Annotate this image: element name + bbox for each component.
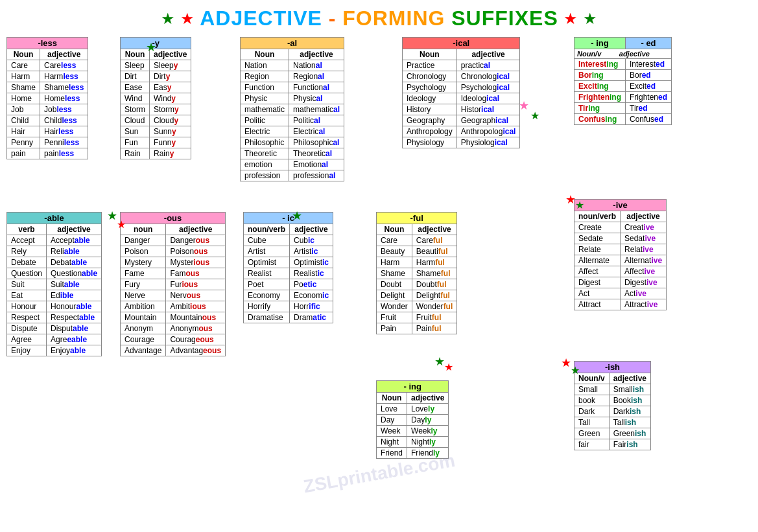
table-row: SmallSmallish	[574, 384, 651, 395]
table-row: PennyPenniless	[7, 137, 88, 148]
table-row: JobJobless	[7, 104, 88, 115]
ful-col1: Noun	[377, 224, 412, 235]
ive-section: -ive noun/verbadjective CreateCreative S…	[574, 199, 667, 310]
table-row: PoliticPolitical	[241, 115, 344, 126]
table-row: OptimistOptimistic	[244, 257, 333, 268]
table-row: PainPainful	[377, 323, 457, 334]
less-section: -less Nounadjective CareCareless HarmHar…	[6, 37, 88, 159]
table-row: FuryFurious	[121, 279, 226, 290]
table-row: BoringBored	[574, 70, 672, 81]
table-row: RainRainy	[121, 148, 191, 159]
ful-table: -ful Nounadjective CareCareful BeautyBea…	[376, 212, 457, 334]
title-area: ★ ★ ADJECTIVE - FORMING SUFFIXES ★ ★	[6, 6, 752, 30]
ic-header: - ic	[244, 213, 333, 224]
table-row: bookBookish	[574, 395, 651, 406]
ing2-col1: Noun	[377, 393, 407, 404]
y-section: -y Nounadjective SleepSleepy DirtDirty E…	[120, 37, 191, 159]
table-row: FameFamous	[121, 268, 226, 279]
table-row: BeautyBeautiful	[377, 246, 457, 257]
ous-table: -ous nounadjective DangerDangerous Poiso…	[120, 212, 226, 356]
table-row: mathematicmathematical	[241, 104, 344, 115]
star-deco-4: ★	[292, 209, 302, 223]
table-row: HistoryHistorical	[403, 104, 520, 115]
al-col1: Noun	[241, 49, 289, 60]
ing-header: - ing	[574, 38, 626, 49]
table-row: WonderWonderful	[377, 301, 457, 312]
table-row: QuestionQuestionable	[7, 268, 102, 279]
table-row: CareCareful	[377, 235, 457, 246]
ical-col2: adjective	[456, 49, 520, 60]
table-row: HomeHomeless	[7, 93, 88, 104]
table-row: ShameShameful	[377, 268, 457, 279]
table-row: DebateDebatable	[7, 257, 102, 268]
ic-col2: adjective	[290, 224, 333, 235]
less-col1: Noun	[7, 49, 40, 60]
star-deco-3: ★	[117, 218, 126, 231]
table-row: CubeCubic	[244, 235, 333, 246]
ical-col1: Noun	[403, 49, 457, 60]
able-col2: adjective	[47, 224, 102, 235]
ive-col2: adjective	[621, 211, 667, 222]
ing-ed-subheader: Noun/v adjective	[574, 49, 672, 59]
table-row: ChildChildless	[7, 115, 88, 126]
star-green-right: ★	[583, 10, 597, 28]
table-row: EatEdible	[7, 290, 102, 301]
title-suffixes: SUFFIXES	[451, 6, 558, 30]
al-col2: adjective	[289, 49, 344, 60]
ic-col1: noun/verb	[244, 224, 290, 235]
ous-header: -ous	[121, 213, 226, 224]
ish-header: -ish	[574, 362, 651, 373]
table-row: FunFunny	[121, 137, 191, 148]
table-row: DangerDangerous	[121, 235, 226, 246]
table-row: EconomyEconomic	[244, 290, 333, 301]
able-table: -able verbadjective AcceptAcceptable Rel…	[6, 212, 102, 356]
table-row: WindWindy	[121, 93, 191, 104]
table-row: painpainless	[7, 148, 88, 159]
star-deco-6: ★	[530, 110, 539, 122]
ical-header: -ical	[403, 38, 520, 49]
ful-section: -ful Nounadjective CareCareful BeautyBea…	[376, 212, 457, 334]
star-deco-1: ★	[146, 40, 156, 54]
table-row: SedateSedative	[574, 233, 667, 244]
table-row: NightNightly	[377, 437, 449, 448]
table-row: NerveNervous	[121, 290, 226, 301]
table-row: GreenGreenish	[574, 428, 651, 439]
title-dash: -	[322, 6, 342, 30]
al-section: -al Nounadjective NationNational RegionR…	[240, 37, 344, 181]
table-row: FruitFruitful	[377, 312, 457, 323]
ing2-table: - ing Nounadjective LoveLovely DayDayly …	[376, 380, 449, 459]
table-row: DayDayly	[377, 415, 449, 426]
table-row: CourageCourageous	[121, 334, 226, 345]
y-col1: Noun	[121, 49, 150, 60]
table-row: AttractAttractive	[574, 299, 667, 310]
ive-col1: noun/verb	[574, 211, 621, 222]
table-row: PhilosophicPhilosophical	[241, 137, 344, 148]
table-row: emotionEmotional	[241, 159, 344, 170]
star-deco-9: ★	[434, 354, 445, 369]
table-row: PhysiologyPhysiological	[403, 137, 520, 148]
able-section: -able verbadjective AcceptAcceptable Rel…	[6, 212, 102, 356]
star-deco-10: ★	[444, 361, 453, 373]
ful-col2: adjective	[412, 224, 456, 235]
table-row: DarkDarkish	[574, 406, 651, 417]
table-row: WeekWeekly	[377, 426, 449, 437]
table-row: NationNational	[241, 60, 344, 71]
table-row: EnjoyEnjoyable	[7, 345, 102, 356]
table-row: AlternateAlternative	[574, 255, 667, 266]
table-row: ConfusingConfused	[574, 114, 672, 125]
table-row: CloudCloudy	[121, 115, 191, 126]
table-row: PsychologyPsychological	[403, 82, 520, 93]
table-row: PoisonPoisonous	[121, 246, 226, 257]
less-table: -less Nounadjective CareCareless HarmHar…	[6, 37, 88, 159]
table-row: HorrifyHorrific	[244, 301, 333, 312]
table-row: ShameShameless	[7, 82, 88, 93]
table-row: AcceptAcceptable	[7, 235, 102, 246]
ical-table: -ical Nounadjective Practicepractical Ch…	[402, 37, 520, 148]
ish-table: -ish Noun/vadjective SmallSmallish bookB…	[574, 361, 651, 450]
table-row: CreateCreative	[574, 222, 667, 233]
table-row: ActActive	[574, 288, 667, 299]
table-row: AdvantageAdvantageous	[121, 345, 226, 356]
less-header: -less	[7, 38, 88, 49]
table-row: HarmHarmful	[377, 257, 457, 268]
ic-table: - ic noun/verbadjective CubeCubic Artist…	[243, 212, 333, 323]
